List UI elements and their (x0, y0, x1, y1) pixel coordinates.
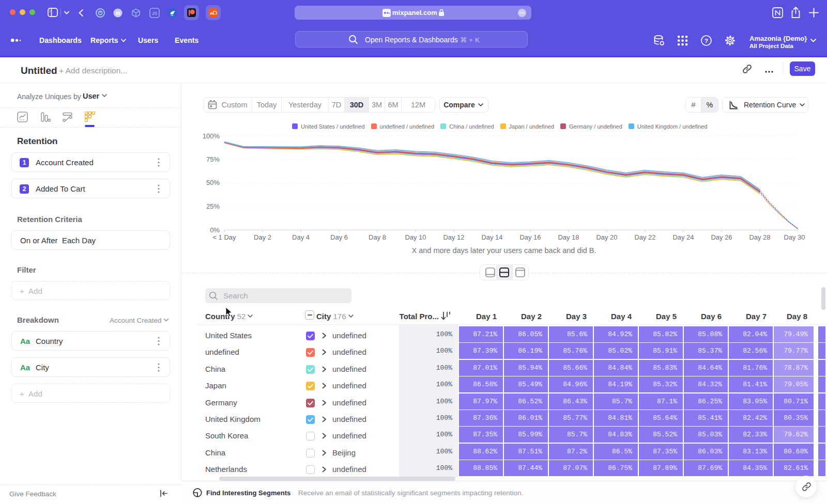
svg-text:m: m (116, 10, 120, 16)
svg-text:?: ? (705, 38, 708, 44)
svg-text:JS: JS (152, 11, 158, 16)
